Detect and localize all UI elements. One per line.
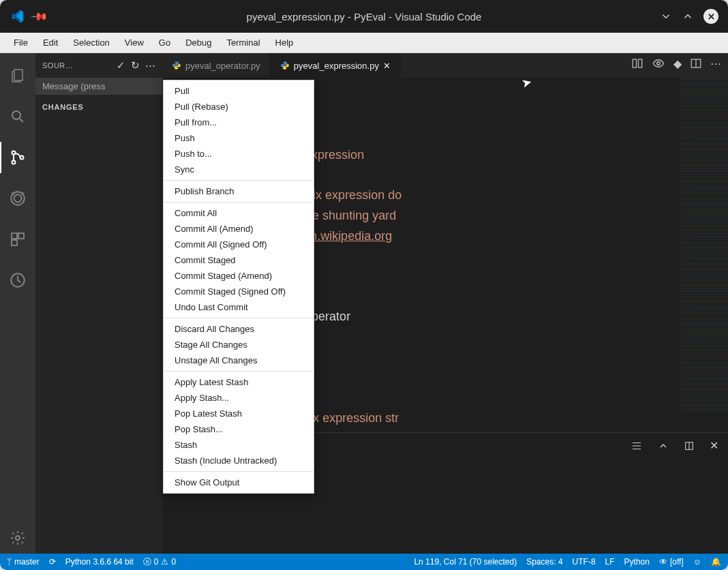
menu-item-pop-latest-stash[interactable]: Pop Latest Stash: [164, 406, 314, 421]
gitlens-icon[interactable]: [0, 265, 35, 296]
settings-gear-icon[interactable]: [0, 522, 35, 554]
editor-toolbar: ◆ ⋯: [631, 57, 721, 70]
tab-label: pyeval_operator.py: [185, 61, 260, 71]
panel-close-icon[interactable]: ✕: [710, 439, 718, 452]
svg-rect-0: [14, 70, 22, 80]
menu-item-push[interactable]: Push: [164, 130, 314, 146]
commit-check-icon[interactable]: ✓: [117, 59, 125, 72]
svg-rect-9: [12, 240, 17, 245]
extensions-icon[interactable]: [0, 224, 35, 255]
svg-rect-12: [633, 59, 636, 68]
menu-help[interactable]: Help: [269, 35, 301, 50]
refresh-icon[interactable]: ↻: [131, 59, 140, 72]
editor-tab[interactable]: pyeval_operator.py: [162, 53, 271, 78]
svg-rect-8: [18, 233, 24, 239]
menu-view[interactable]: View: [118, 35, 151, 50]
svg-point-2: [12, 151, 16, 155]
svg-point-6: [14, 195, 22, 202]
svg-point-14: [657, 62, 661, 65]
menu-item-commit-all-signed-off-[interactable]: Commit All (Signed Off): [164, 237, 314, 252]
menubar: FileEditSelectionViewGoDebugTerminalHelp: [0, 33, 728, 53]
menu-terminal[interactable]: Terminal: [219, 35, 267, 50]
vscode-window: 📌 pyeval_expression.py - PyEval - Visual…: [0, 0, 728, 570]
svg-point-11: [16, 536, 20, 540]
pin-icon[interactable]: 📌: [30, 7, 49, 26]
minimap[interactable]: [680, 78, 728, 412]
menu-item-discard-all-changes[interactable]: Discard All Changes: [164, 321, 314, 337]
titlebar: 📌 pyeval_expression.py - PyEval - Visual…: [0, 0, 728, 33]
menu-item-push-to-[interactable]: Push to...: [164, 146, 314, 162]
menu-item-commit-all[interactable]: Commit All: [164, 205, 314, 221]
tab-close-icon[interactable]: ✕: [383, 61, 391, 71]
explorer-icon[interactable]: [0, 60, 35, 91]
menu-item-commit-staged-signed-off-[interactable]: Commit Staged (Signed Off): [164, 284, 314, 299]
svg-point-1: [12, 111, 20, 119]
status-language[interactable]: Python: [624, 557, 650, 567]
menu-go[interactable]: Go: [152, 35, 177, 50]
python-file-icon: [172, 61, 181, 70]
search-icon[interactable]: [0, 101, 35, 132]
menu-item-pop-stash-[interactable]: Pop Stash...: [164, 421, 314, 437]
menu-item-sync[interactable]: Sync: [164, 162, 314, 177]
menu-item-publish-branch[interactable]: Publish Branch: [164, 183, 314, 199]
editor-tab[interactable]: pyeval_expression.py ✕: [271, 53, 401, 78]
source-control-icon[interactable]: [0, 142, 35, 173]
panel-maximize-icon[interactable]: [684, 440, 695, 451]
panel-collapse-icon[interactable]: [658, 440, 669, 451]
close-icon[interactable]: ✕: [703, 9, 718, 24]
status-selection[interactable]: Ln 119, Col 71 (70 selected): [414, 557, 517, 567]
menu-selection[interactable]: Selection: [66, 35, 116, 50]
status-branch[interactable]: ᛘ master: [7, 557, 40, 567]
menu-item-pull[interactable]: Pull: [164, 83, 314, 99]
menu-item-apply-latest-stash[interactable]: Apply Latest Stash: [164, 374, 314, 390]
menu-item-apply-stash-[interactable]: Apply Stash...: [164, 390, 314, 406]
menu-item-stash[interactable]: Stash: [164, 437, 314, 453]
commit-message-input[interactable]: Message (press: [35, 78, 162, 95]
python-file-icon: [280, 61, 290, 70]
vscode-logo-icon: [10, 9, 25, 24]
maximize-icon[interactable]: [682, 10, 694, 22]
status-bell-icon[interactable]: 🔔: [711, 557, 721, 567]
menu-item-commit-staged-amend-[interactable]: Commit Staged (Amend): [164, 268, 314, 284]
menu-file[interactable]: File: [7, 35, 35, 50]
sidebar-title: SOUR…: [42, 61, 111, 70]
menu-item-stash-include-untracked-[interactable]: Stash (Include Untracked): [164, 453, 314, 468]
status-encoding[interactable]: UTF-8: [573, 557, 596, 567]
main-content: SOUR… ✓ ↻ ⋯ Message (press CHANGES pyeva…: [0, 53, 728, 554]
menu-item-stage-all-changes[interactable]: Stage All Changes: [164, 337, 314, 352]
status-python[interactable]: Python 3.6.6 64 bit: [65, 557, 134, 567]
changes-header[interactable]: CHANGES: [35, 99, 162, 115]
compare-icon[interactable]: [631, 57, 643, 70]
status-problems[interactable]: ⓧ 0 ⚠ 0: [143, 556, 176, 568]
status-sync-icon[interactable]: ⟳: [49, 557, 56, 567]
menu-item-pull-rebase-[interactable]: Pull (Rebase): [164, 99, 314, 115]
menu-item-unstage-all-changes[interactable]: Unstage All Changes: [164, 352, 314, 368]
statusbar: ᛘ master ⟳ Python 3.6.6 64 bit ⓧ 0 ⚠ 0 L…: [0, 554, 728, 570]
scm-context-menu: PullPull (Rebase)Pull from...PushPush to…: [163, 80, 314, 494]
reveal-icon[interactable]: [652, 57, 665, 70]
debug-icon[interactable]: [0, 183, 35, 214]
menu-item-pull-from-[interactable]: Pull from...: [164, 115, 314, 130]
svg-point-3: [12, 161, 16, 164]
window-title: pyeval_expression.py - PyEval - Visual S…: [247, 11, 482, 22]
status-live-share[interactable]: 👁 [off]: [659, 557, 684, 567]
status-spaces[interactable]: Spaces: 4: [526, 557, 562, 567]
menu-debug[interactable]: Debug: [179, 35, 218, 50]
svg-rect-7: [12, 233, 17, 239]
menu-edit[interactable]: Edit: [36, 35, 65, 50]
diff-icon[interactable]: ◆: [673, 57, 682, 70]
panel-clear-icon[interactable]: [631, 440, 643, 452]
activitybar: [0, 53, 35, 554]
minimize-icon[interactable]: [660, 10, 672, 22]
status-feedback-icon[interactable]: ☺: [693, 557, 701, 567]
more-actions-icon[interactable]: ⋯: [145, 59, 155, 72]
editor-more-icon[interactable]: ⋯: [710, 57, 721, 70]
split-editor-icon[interactable]: [690, 57, 702, 70]
svg-rect-13: [639, 59, 642, 68]
menu-item-show-git-output[interactable]: Show Git Output: [164, 475, 314, 490]
menu-item-commit-all-amend-[interactable]: Commit All (Amend): [164, 221, 314, 237]
menu-item-commit-staged[interactable]: Commit Staged: [164, 252, 314, 268]
menu-item-undo-last-commit[interactable]: Undo Last Commit: [164, 299, 314, 315]
status-eol[interactable]: LF: [605, 557, 615, 567]
tab-label: pyeval_expression.py: [294, 61, 379, 71]
